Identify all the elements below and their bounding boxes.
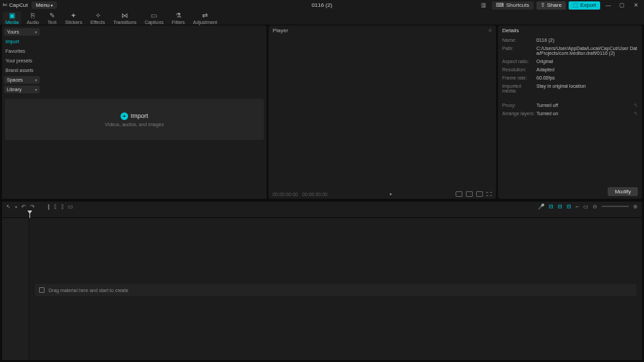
detail-label: Arrange layers: xyxy=(502,111,536,116)
zoom-out-icon[interactable]: ⊖ xyxy=(593,204,597,210)
split-tool[interactable]: ‖ xyxy=(47,204,50,210)
compare-icon[interactable] xyxy=(476,191,483,197)
trim-right-tool[interactable]: ⟧ xyxy=(61,204,64,210)
detail-value-proxy: Turned off xyxy=(536,103,638,108)
tab-effects[interactable]: ✧Effects xyxy=(88,12,108,25)
transitions-icon: ⋈ xyxy=(121,12,128,19)
library-dropdown[interactable]: Library xyxy=(4,86,40,93)
player-title: Player xyxy=(273,27,288,34)
detail-value-resolution: Adapted xyxy=(536,67,638,72)
zoom-slider[interactable] xyxy=(602,206,629,207)
sidebar-item-brand[interactable]: Brand assets xyxy=(4,67,40,74)
player-panel: Player ≡ 00:00:00:00 00:00:00:00 ▸ ⛶ xyxy=(269,25,496,199)
effects-icon: ✧ xyxy=(95,12,101,19)
fullscreen-icon[interactable]: ⛶ xyxy=(486,191,492,197)
audio-icon: ⎘ xyxy=(31,12,35,19)
detail-value-layers: Turned on xyxy=(536,111,638,116)
fullsize-icon[interactable] xyxy=(466,191,473,197)
export-button[interactable]: ⬚ Export xyxy=(569,1,600,10)
tab-transitions[interactable]: ⋈Transitions xyxy=(110,12,139,25)
track-toggle-2[interactable]: ⊟ xyxy=(558,204,562,210)
tab-text[interactable]: ✎Text xyxy=(45,12,60,25)
timeline-toolbar: ↖ ▾ ↶ ↷ ‖ ⟦ ⟧ ▭ 🎤 ⊟ ⊟ ⊟ ⌐ ▭ ⊖ ⊕ xyxy=(2,202,642,211)
timeline-drop-hint[interactable]: Drag material here and start to create xyxy=(35,284,636,296)
tool-dropdown-icon[interactable]: ▾ xyxy=(15,204,17,209)
sidebar-item-presets[interactable]: Your presets xyxy=(4,57,40,64)
zoom-in-icon[interactable]: ⊕ xyxy=(633,204,638,210)
edit-icon[interactable]: ✎ xyxy=(634,103,638,108)
track-toggle-1[interactable]: ⊟ xyxy=(549,204,554,210)
detail-value-name: 0116 (2) xyxy=(536,38,638,43)
titlebar: ✄ CapCut Menu 0116 (2) ▥ ⌨ Shortcuts ⇪ S… xyxy=(0,0,644,10)
project-title: 0116 (2) xyxy=(312,2,332,8)
import-dropzone[interactable]: + Import Videos, audios, and images xyxy=(5,99,264,140)
tab-adjustment[interactable]: ⇄Adjustment xyxy=(190,12,220,25)
shortcuts-button[interactable]: ⌨ Shortcuts xyxy=(492,1,534,10)
detail-label: Proxy: xyxy=(502,103,536,108)
captions-icon: ▭ xyxy=(151,12,157,19)
track-toggle-3[interactable]: ⊟ xyxy=(567,204,571,210)
playhead[interactable] xyxy=(29,211,30,218)
layout-icon[interactable]: ▥ xyxy=(478,1,489,10)
media-content: + Import Videos, audios, and images xyxy=(2,96,267,199)
close-icon[interactable]: ✕ xyxy=(630,1,641,10)
undo-button[interactable]: ↶ xyxy=(21,204,26,210)
delete-tool[interactable]: ▭ xyxy=(68,204,73,210)
stickers-icon: ✦ xyxy=(71,12,76,19)
detail-value-framerate: 60.00fps xyxy=(536,75,638,80)
ratio-icon[interactable] xyxy=(456,191,462,197)
timeline: ↖ ▾ ↶ ↷ ‖ ⟦ ⟧ ▭ 🎤 ⊟ ⊟ ⊟ ⌐ ▭ ⊖ ⊕ Drag mat xyxy=(2,201,642,360)
detail-value-aspect: Original xyxy=(536,59,638,64)
play-button[interactable]: ▸ xyxy=(390,191,393,197)
spaces-dropdown[interactable]: Spaces xyxy=(4,76,40,84)
timeline-gutter xyxy=(2,218,29,360)
clip-icon xyxy=(39,287,45,293)
tab-audio[interactable]: ⎘Audio xyxy=(24,12,42,25)
media-panel: Yours Import Favorites Your presets Bran… xyxy=(2,25,267,199)
player-controls: 00:00:00:00 00:00:00:00 ▸ ⛶ xyxy=(269,189,496,199)
timeline-ruler[interactable] xyxy=(2,211,642,218)
tab-media[interactable]: ▣Media xyxy=(3,12,21,25)
detail-label: Path: xyxy=(502,46,536,56)
details-title: Details xyxy=(498,25,642,35)
detail-label: Frame rate: xyxy=(502,75,536,80)
details-panel: Details Name:0116 (2) Path:C:/Users/User… xyxy=(498,25,642,199)
detail-label: Name: xyxy=(502,38,536,43)
mic-icon[interactable]: 🎤 xyxy=(538,204,545,210)
main-row: Yours Import Favorites Your presets Bran… xyxy=(0,25,644,201)
app-logo: ✄ CapCut xyxy=(3,2,27,8)
tab-captions[interactable]: ▭Captions xyxy=(142,12,166,25)
menu-button[interactable]: Menu xyxy=(32,1,57,9)
import-button[interactable]: + Import xyxy=(121,112,149,120)
detail-label: Resolution: xyxy=(502,67,536,72)
modify-button[interactable]: Modify xyxy=(608,187,638,196)
magnet-icon[interactable]: ⌐ xyxy=(575,204,579,210)
detail-value-path: C:/Users/User/AppData/Local/CapCut/User … xyxy=(536,46,638,56)
redo-button[interactable]: ↷ xyxy=(30,204,35,210)
tab-stickers[interactable]: ✦Stickers xyxy=(62,12,85,25)
adjustment-icon: ⇄ xyxy=(202,12,208,19)
sidebar-item-import[interactable]: Import xyxy=(4,38,40,45)
top-tabs: ▣Media ⎘Audio ✎Text ✦Stickers ✧Effects ⋈… xyxy=(0,10,644,25)
details-body: Name:0116 (2) Path:C:/Users/User/AppData… xyxy=(498,35,642,184)
timeline-body[interactable]: Drag material here and start to create xyxy=(2,218,642,360)
filters-icon: ⚗ xyxy=(175,12,182,19)
media-icon: ▣ xyxy=(9,12,15,19)
player-menu-icon[interactable]: ≡ xyxy=(488,27,492,34)
media-sidebar: Yours Import Favorites Your presets Bran… xyxy=(2,25,42,96)
trim-left-tool[interactable]: ⟦ xyxy=(54,204,57,210)
detail-label: Imported media: xyxy=(502,84,536,93)
preview-icon[interactable]: ▭ xyxy=(583,204,589,210)
share-button[interactable]: ⇪ Share xyxy=(536,1,566,10)
import-subtitle: Videos, audios, and images xyxy=(105,122,164,127)
plus-icon: + xyxy=(121,112,128,120)
minimize-icon[interactable]: — xyxy=(603,1,614,10)
player-viewport[interactable] xyxy=(269,35,496,189)
pointer-tool[interactable]: ↖ xyxy=(6,204,11,210)
maximize-icon[interactable]: ▢ xyxy=(617,1,628,10)
yours-dropdown[interactable]: Yours xyxy=(4,28,40,36)
player-header: Player ≡ xyxy=(269,25,496,35)
edit-icon[interactable]: ✎ xyxy=(634,111,638,117)
tab-filters[interactable]: ⚗Filters xyxy=(169,12,188,25)
sidebar-item-favorites[interactable]: Favorites xyxy=(4,47,40,55)
